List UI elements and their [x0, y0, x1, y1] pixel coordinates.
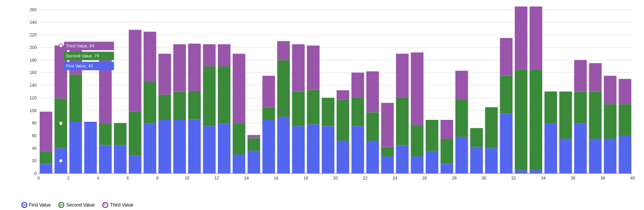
svg-rect-125	[426, 120, 438, 151]
chart-legend: ⓵ First Value ⓶ Second Value ⓷ Third Val…	[21, 202, 133, 208]
svg-rect-69	[143, 82, 156, 123]
svg-text:4: 4	[97, 176, 99, 180]
svg-text:12: 12	[214, 176, 219, 180]
svg-rect-117	[381, 103, 394, 147]
svg-rect-82	[203, 44, 216, 66]
svg-rect-139	[515, 170, 528, 173]
svg-rect-99	[292, 92, 305, 126]
svg-text:Third Value, 84: Third Value, 84	[66, 44, 94, 48]
svg-text:40: 40	[32, 146, 37, 151]
svg-rect-77	[188, 119, 201, 173]
chart-container: 0204060801001201401601802002202402600246…	[0, 0, 644, 210]
svg-text:20: 20	[32, 158, 37, 163]
svg-rect-129	[455, 137, 468, 173]
svg-text:24: 24	[393, 176, 397, 180]
svg-rect-85	[218, 44, 231, 66]
svg-rect-135	[485, 107, 498, 148]
svg-rect-78	[188, 91, 201, 119]
legend-item-first: ⓵ First Value	[21, 202, 51, 208]
svg-rect-160	[619, 79, 631, 104]
svg-rect-72	[158, 95, 171, 120]
svg-text:120: 120	[30, 96, 37, 100]
svg-rect-79	[188, 44, 201, 91]
svg-rect-152	[589, 139, 602, 173]
svg-rect-122	[411, 125, 423, 156]
svg-rect-103	[307, 45, 320, 89]
svg-text:2: 2	[67, 176, 69, 180]
svg-rect-68	[143, 123, 156, 173]
svg-rect-107	[337, 100, 349, 141]
svg-text:240: 240	[30, 20, 37, 25]
svg-rect-57	[69, 74, 82, 122]
svg-rect-134	[485, 148, 498, 173]
svg-text:Second Value, 79: Second Value, 79	[66, 54, 99, 58]
svg-text:First Value, 40: First Value, 40	[66, 64, 93, 68]
svg-rect-128	[440, 120, 453, 139]
svg-rect-52	[40, 112, 52, 151]
svg-rect-143	[529, 69, 542, 170]
svg-rect-109	[351, 126, 364, 173]
svg-rect-88	[233, 54, 245, 123]
svg-rect-145	[545, 123, 557, 173]
svg-rect-159	[619, 104, 631, 136]
svg-rect-100	[292, 44, 305, 92]
svg-text:36: 36	[571, 176, 575, 180]
legend-icon-first: ⓵	[21, 202, 27, 208]
svg-rect-138	[500, 38, 513, 76]
svg-text:20: 20	[333, 176, 338, 180]
svg-rect-86	[233, 155, 245, 173]
svg-text:34: 34	[541, 176, 546, 180]
legend-icon-second: ⓶	[58, 202, 64, 208]
svg-rect-63	[114, 145, 126, 173]
svg-text:18: 18	[303, 176, 308, 180]
svg-rect-115	[381, 156, 394, 173]
svg-rect-97	[277, 41, 290, 60]
svg-text:10: 10	[185, 176, 189, 180]
svg-rect-98	[292, 126, 305, 173]
svg-text:28: 28	[452, 176, 457, 180]
svg-rect-94	[262, 76, 275, 108]
svg-rect-132	[470, 147, 483, 173]
svg-text:8: 8	[156, 176, 158, 180]
svg-rect-74	[173, 120, 186, 173]
svg-rect-114	[366, 71, 379, 112]
svg-text:160: 160	[30, 70, 37, 75]
svg-rect-121	[411, 156, 423, 173]
svg-rect-70	[143, 32, 156, 82]
svg-rect-65	[129, 156, 142, 173]
svg-rect-148	[559, 92, 572, 139]
svg-rect-61	[99, 123, 112, 145]
svg-rect-67	[129, 30, 142, 111]
legend-label-first: First Value	[29, 202, 51, 208]
svg-rect-96	[277, 60, 290, 117]
svg-rect-95	[277, 117, 290, 173]
svg-rect-146	[545, 92, 557, 123]
svg-rect-147	[559, 139, 572, 173]
svg-text:60: 60	[32, 133, 37, 138]
main-chart: 0204060801001201401601802002202402600246…	[21, 4, 636, 187]
svg-rect-123	[411, 52, 423, 125]
svg-text:0: 0	[34, 171, 37, 176]
legend-item-third: ⓷ Third Value	[102, 202, 133, 208]
svg-text:32: 32	[511, 176, 516, 180]
svg-rect-149	[574, 123, 587, 173]
svg-text:38: 38	[600, 176, 605, 180]
svg-rect-110	[351, 98, 364, 126]
svg-text:6: 6	[126, 176, 129, 180]
svg-rect-113	[366, 112, 379, 141]
svg-rect-64	[114, 123, 126, 145]
svg-point-162	[59, 121, 63, 125]
svg-rect-136	[500, 114, 513, 173]
svg-rect-108	[337, 90, 349, 100]
svg-text:22: 22	[363, 176, 368, 180]
svg-rect-50	[40, 164, 52, 173]
svg-rect-127	[440, 139, 453, 164]
svg-rect-80	[203, 126, 216, 173]
svg-rect-76	[173, 44, 186, 92]
svg-rect-105	[322, 98, 334, 126]
legend-label-second: Second Value	[66, 202, 94, 208]
svg-rect-156	[604, 104, 617, 139]
svg-rect-111	[351, 72, 364, 97]
svg-text:220: 220	[30, 32, 37, 37]
svg-rect-144	[529, 7, 542, 69]
